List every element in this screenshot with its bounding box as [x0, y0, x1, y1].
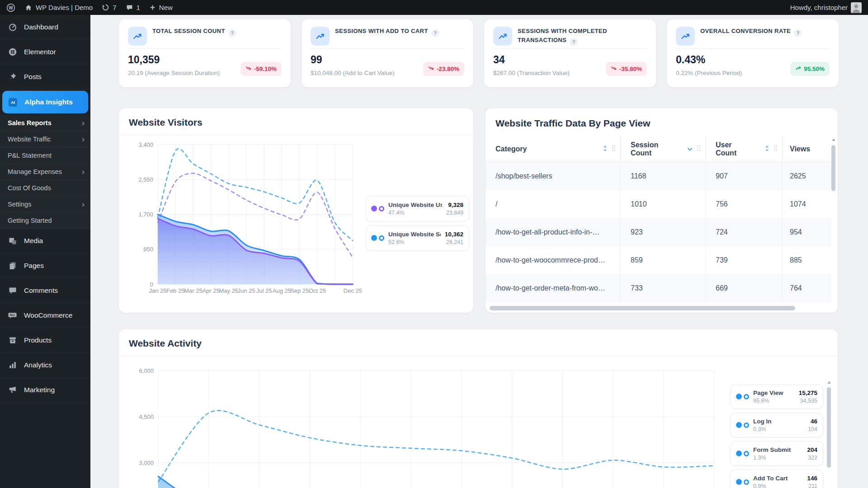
drag-handle-icon[interactable] — [697, 145, 701, 153]
scroll-thumb[interactable] — [827, 387, 831, 468]
admin-bar: W WP Davies | Demo 7 1 New Howdy, christ… — [0, 0, 868, 15]
activity-title: Website Activity — [119, 329, 838, 349]
sidebar-item-label: Posts — [24, 73, 42, 81]
sort-icon[interactable] — [603, 145, 608, 154]
sidebar-item-comments[interactable]: Comments — [0, 278, 90, 303]
scroll-up-arrow[interactable] — [827, 381, 831, 384]
table-horizontal-scrollbar[interactable] — [489, 306, 830, 310]
column-header-user-count[interactable]: User Count — [706, 136, 783, 162]
sidebar-item-label: Alpha Insights — [24, 98, 73, 106]
legend-previous-value: 26,241 — [445, 239, 463, 245]
sidebar-subitem-manage-expenses[interactable]: Manage Expenses› — [0, 164, 90, 180]
drag-handle-icon[interactable] — [612, 145, 616, 153]
site-name-link[interactable]: WP Davies | Demo — [24, 4, 93, 12]
legend-item-form-submit[interactable]: Form Submit1.3%204322 — [730, 441, 823, 466]
ring-dot-icon — [744, 394, 749, 399]
help-icon[interactable]: ? — [228, 29, 236, 37]
help-icon[interactable]: ? — [431, 29, 439, 37]
column-label: Session Count — [631, 141, 674, 157]
site-name: WP Davies | Demo — [36, 4, 93, 11]
sidebar-subitem-website-traffic[interactable]: Website Traffic› — [0, 131, 90, 147]
legend-item-log-in[interactable]: Log In0.3%46104 — [730, 413, 823, 437]
scroll-up-arrow[interactable] — [832, 138, 835, 141]
updates-link[interactable]: 7 — [102, 4, 116, 11]
column-header-session-count[interactable]: Session Count — [621, 136, 706, 162]
table-row[interactable]: /how-to-get-woocommrece-prod…859739885 — [486, 246, 831, 274]
svg-text:850: 850 — [143, 246, 153, 253]
help-icon[interactable]: ? — [794, 29, 802, 37]
legend-item-unique-website-se[interactable]: Unique Website Se…52.6%10,36226,241 — [365, 225, 469, 251]
series-color-dots — [736, 394, 749, 399]
legend-percent: 47.4% — [388, 210, 442, 216]
series-color-dots — [736, 479, 749, 485]
legend-label: Unique Website Us… — [388, 202, 442, 208]
kpi-card-total-session-count: TOTAL SESSION COUNT?10,35920.19 (Average… — [119, 19, 291, 87]
kpi-subtext: $10,048.00 (Add to Cart Value) — [311, 70, 395, 76]
kpi-subtext: $267.00 (Transaction Value) — [493, 70, 570, 76]
table-row[interactable]: /shop/best-sellers11689072625 — [486, 162, 831, 190]
sidebar-item-label: Media — [24, 237, 43, 245]
legend-text: Unique Website Us…47.4% — [388, 202, 442, 216]
sidebar-subitem-sales-reports[interactable]: Sales Reports› — [0, 115, 90, 131]
sort-icon[interactable] — [687, 145, 693, 153]
scroll-thumb[interactable] — [490, 306, 795, 310]
badge-value: -23.80% — [437, 66, 459, 72]
column-header-category[interactable]: Category — [486, 136, 621, 162]
legend-item-unique-website-us[interactable]: Unique Website Us…47.4%9,32823,849 — [365, 196, 469, 221]
sidebar-item-alpha-insights[interactable]: AIAlpha Insights — [2, 91, 88, 113]
legend-scrollbar[interactable] — [827, 381, 831, 468]
sidebar-item-media[interactable]: Media — [0, 229, 90, 253]
sidebar-subitem-p-l-statement[interactable]: P&L Statement — [0, 147, 90, 164]
column-header-views[interactable]: Views — [783, 136, 831, 162]
sidebar-item-marketing[interactable]: Marketing — [0, 378, 90, 403]
cell-session_count: 733 — [621, 274, 706, 302]
sidebar-item-pages[interactable]: Pages — [0, 253, 90, 278]
comments-link[interactable]: 1 — [126, 4, 140, 11]
visitors-chart[interactable]: 08501,7002,5503,400Jan 25Feb 25Mar 25Apr… — [128, 137, 381, 296]
kpi-subtext: 0.22% (Previous Period) — [676, 70, 742, 76]
table-vertical-scrollbar[interactable] — [831, 138, 835, 191]
table-row[interactable]: /how-to-get-order-meta-from-wo…733669764 — [486, 274, 831, 302]
legend-values: 15,27534,535 — [799, 389, 817, 404]
activity-chart[interactable]: 3,0004,5006,000 — [126, 358, 782, 488]
drag-handle-icon[interactable] — [774, 145, 778, 153]
kpi-title: SESSIONS WITH COMPLETED TRANSACTIONS — [518, 27, 607, 43]
legend-item-add-to-cart[interactable]: Add To Cart0.9%146211 — [730, 469, 823, 488]
scroll-thumb[interactable] — [831, 145, 835, 191]
sidebar-item-analytics[interactable]: Analytics — [0, 353, 90, 378]
sidebar-subitem-cost-of-goods[interactable]: Cost Of Goods — [0, 180, 90, 196]
legend-text: Add To Cart0.9% — [753, 475, 803, 488]
wordpress-logo-icon[interactable]: W — [6, 3, 15, 12]
legend-text: Form Submit1.3% — [753, 446, 803, 461]
sidebar-subitem-getting-started[interactable]: Getting Started — [0, 212, 90, 229]
sidebar-item-dashboard[interactable]: Dashboard — [0, 15, 90, 40]
sidebar-item-products[interactable]: Products — [0, 328, 90, 353]
svg-text:1,700: 1,700 — [138, 211, 153, 218]
help-icon[interactable]: ? — [570, 38, 578, 46]
sidebar-item-elementor[interactable]: Elementor — [0, 40, 90, 65]
cell-session_count: 1010 — [621, 190, 706, 218]
trend-up-mini-icon — [795, 66, 801, 72]
sort-icon[interactable] — [764, 145, 769, 154]
legend-percent: 1.3% — [753, 455, 803, 461]
legend-item-page-view[interactable]: Page View95.6%15,27534,535 — [730, 384, 823, 409]
trend-down-mini-icon — [245, 66, 251, 72]
updates-count: 7 — [113, 4, 116, 11]
table-row[interactable]: /how-to-get-all-product-info-in-…9237249… — [486, 218, 831, 246]
media-icon — [8, 236, 17, 246]
kpi-metrics: 0.43%0.22% (Previous Period) — [676, 54, 742, 76]
legend-values: 204322 — [807, 446, 817, 461]
table-row[interactable]: /10107561074 — [486, 190, 831, 218]
legend-values: 146211 — [807, 475, 817, 488]
legend-label: Page View — [753, 389, 795, 396]
sidebar-item-woocommerce[interactable]: WooWooCommerce — [0, 303, 90, 328]
svg-text:Feb 25: Feb 25 — [166, 287, 184, 294]
account-menu[interactable]: Howdy, christopher — [790, 2, 862, 13]
legend-previous-value: 211 — [807, 483, 817, 488]
chevron-right-icon: › — [82, 167, 85, 176]
new-content-button[interactable]: New — [149, 4, 173, 11]
sidebar-subitem-settings[interactable]: Settings› — [0, 196, 90, 212]
series-color-dots — [371, 235, 384, 241]
badge-value: -35.80% — [619, 66, 642, 72]
sidebar-item-posts[interactable]: Posts — [0, 65, 90, 89]
